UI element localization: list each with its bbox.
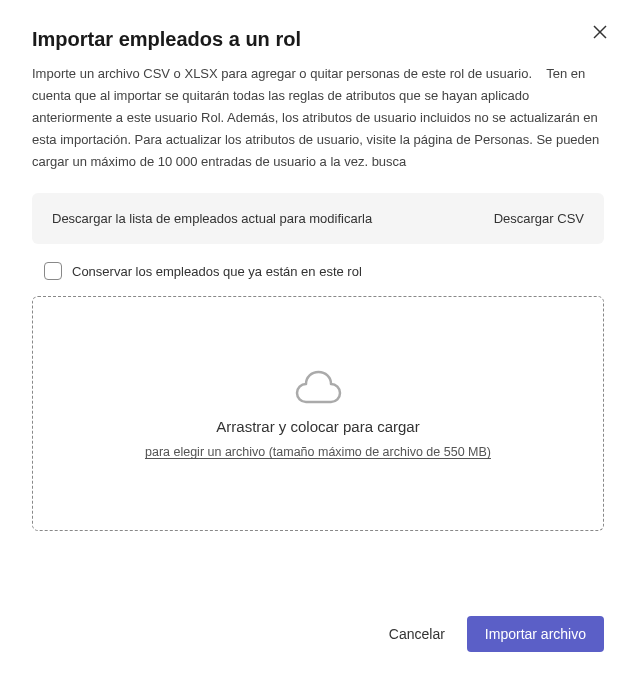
close-button[interactable]: [588, 20, 612, 44]
dialog-footer: Cancelar Importar archivo: [32, 596, 604, 652]
close-icon: [593, 25, 607, 39]
dialog-title: Importar empleados a un rol: [32, 28, 604, 51]
cancel-button[interactable]: Cancelar: [385, 618, 449, 650]
preserve-checkbox[interactable]: [44, 262, 62, 280]
file-dropzone[interactable]: Arrastrar y colocar para cargar para ele…: [32, 296, 604, 531]
dialog-description: Importe un archivo CSV o XLSX para agreg…: [32, 63, 604, 173]
preserve-checkbox-label: Conservar los empleados que ya están en …: [72, 264, 362, 279]
cloud-icon: [293, 368, 343, 406]
dropzone-title: Arrastrar y colocar para cargar: [216, 418, 419, 435]
download-label: Descargar la lista de empleados actual p…: [52, 211, 372, 226]
import-dialog: Importar empleados a un rol Importe un a…: [0, 0, 636, 676]
import-file-button[interactable]: Importar archivo: [467, 616, 604, 652]
dropzone-subtitle: para elegir un archivo (tamaño máximo de…: [145, 445, 491, 459]
download-csv-button[interactable]: Descargar CSV: [494, 211, 584, 226]
preserve-checkbox-row: Conservar los empleados que ya están en …: [32, 262, 604, 280]
download-bar: Descargar la lista de empleados actual p…: [32, 193, 604, 244]
